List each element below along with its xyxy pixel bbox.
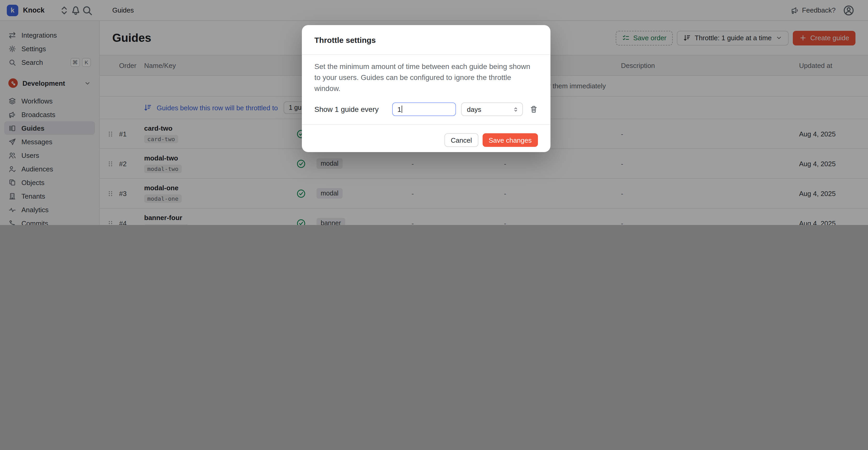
- app-window: k Knock Guides Feedback? IntegrationsSet…: [0, 0, 868, 225]
- throttle-window-label: Show 1 guide every: [314, 105, 392, 113]
- text-caret: [402, 106, 402, 113]
- modal-title: Throttle settings: [302, 25, 551, 55]
- throttle-unit-select[interactable]: days: [461, 103, 523, 116]
- throttle-value-input[interactable]: 1: [392, 103, 456, 116]
- save-changes-button[interactable]: Save changes: [482, 133, 538, 147]
- cancel-button[interactable]: Cancel: [444, 133, 478, 147]
- modal-description: Set the minimum amount of time between e…: [302, 55, 551, 94]
- select-updown-icon: [512, 106, 519, 113]
- throttle-settings-modal: Throttle settings Set the minimum amount…: [302, 25, 551, 152]
- trash-icon[interactable]: [530, 105, 538, 113]
